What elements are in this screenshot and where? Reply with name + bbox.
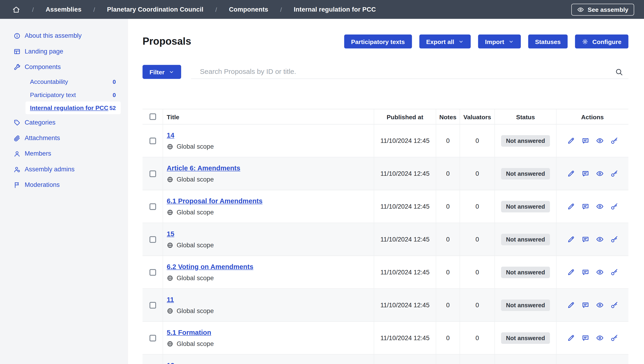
breadcrumb-separator: / [32, 6, 34, 13]
sidebar-subitem-internal-regulation-for-pcc[interactable]: Internal regulation for PCC 52 [26, 102, 121, 114]
scope-label: Global scope [177, 274, 214, 282]
sidebar-item-about-this-assembly[interactable]: About this assembly [0, 28, 128, 44]
proposal-title-link[interactable]: 5.1 Formation [167, 328, 211, 336]
answer-icon[interactable] [581, 170, 589, 178]
topbar: /Assemblies/Planetary Coordination Counc… [0, 0, 644, 19]
configure-button[interactable]: Configure [575, 34, 628, 48]
header-status: Status [495, 109, 556, 124]
row-checkbox[interactable] [149, 170, 156, 177]
edit-icon[interactable] [567, 202, 575, 210]
sidebar-item-categories[interactable]: Categories [0, 114, 128, 130]
breadcrumb-item-components[interactable]: Components [229, 6, 268, 13]
preview-icon[interactable] [596, 268, 604, 276]
answer-icon[interactable] [581, 202, 589, 210]
sidebar-item-members[interactable]: Members [0, 146, 128, 162]
select-all-checkbox[interactable] [149, 114, 156, 120]
row-checkbox[interactable] [149, 203, 156, 210]
proposal-title-link[interactable]: 14 [167, 131, 174, 139]
breadcrumb-item-planetary-coordination-council[interactable]: Planetary Coordination Council [107, 6, 203, 13]
filter-row: Filter [142, 65, 628, 79]
edit-icon[interactable] [567, 334, 575, 342]
status-cell: Not answered [495, 190, 556, 222]
edit-icon[interactable] [567, 301, 575, 309]
sidebar-item-landing-page[interactable]: Landing page [0, 44, 128, 59]
toolbar: Participatory texts Export all Import St… [344, 34, 628, 48]
valuators-count: 0 [460, 223, 495, 256]
preview-icon[interactable] [596, 301, 604, 309]
see-assembly-label: See assembly [588, 6, 628, 13]
search-input[interactable] [191, 68, 615, 76]
preview-icon[interactable] [596, 170, 604, 178]
home-icon[interactable] [12, 6, 20, 14]
proposal-title-link[interactable]: 12 [167, 361, 174, 364]
preview-icon[interactable] [596, 202, 604, 210]
layout-icon [14, 48, 20, 55]
notes-count: 0 [436, 158, 460, 190]
breadcrumb-separator: / [215, 6, 217, 13]
answer-icon[interactable] [581, 268, 589, 276]
row-checkbox[interactable] [149, 269, 156, 275]
permissions-icon[interactable] [610, 236, 618, 243]
status-cell: Not answered [495, 158, 556, 190]
sidebar-item-label: Members [24, 150, 51, 158]
sidebar-subitem-participatory-text[interactable]: Participatory text 0 [26, 88, 121, 101]
preview-icon[interactable] [596, 334, 604, 342]
title-cell: 15 Global scope [163, 223, 374, 256]
button-label: Configure [592, 38, 622, 45]
sidebar-item-components[interactable]: Components [0, 59, 128, 74]
permissions-icon[interactable] [610, 334, 618, 342]
permissions-icon[interactable] [610, 170, 618, 178]
sidebar-item-attachments[interactable]: Attachments [0, 130, 128, 146]
table-row: 5.1 Formation Global scope 11/10/2024 12… [142, 322, 628, 354]
statuses-button[interactable]: Statuses [528, 34, 568, 48]
answer-icon[interactable] [581, 301, 589, 309]
sidebar-item-label: Moderations [24, 181, 60, 188]
answer-icon[interactable] [581, 334, 589, 342]
edit-icon[interactable] [567, 268, 575, 276]
proposal-title-link[interactable]: 15 [167, 230, 174, 238]
globe-icon [167, 143, 173, 150]
permissions-icon[interactable] [610, 301, 618, 309]
row-checkbox-cell [142, 190, 163, 222]
answer-icon[interactable] [581, 137, 589, 145]
proposal-title-link[interactable]: 11 [167, 296, 174, 304]
globe-icon [167, 340, 173, 347]
preview-icon[interactable] [596, 137, 604, 145]
row-checkbox[interactable] [149, 302, 156, 308]
edit-icon[interactable] [567, 170, 575, 178]
attachment-icon [14, 134, 20, 142]
preview-icon[interactable] [596, 236, 604, 243]
filter-button[interactable]: Filter [142, 65, 181, 79]
proposal-title-link[interactable]: 6.2 Voting on Amendments [167, 263, 253, 271]
permissions-icon[interactable] [610, 268, 618, 276]
proposal-title-link[interactable]: Article 6: Amendments [167, 164, 240, 172]
status-cell: Not answered [495, 354, 556, 364]
search-icon[interactable] [615, 68, 623, 76]
see-assembly-button[interactable]: See assembly [571, 4, 634, 15]
breadcrumb-item-internal-regulation-for-pcc[interactable]: Internal regulation for PCC [294, 6, 376, 13]
row-checkbox[interactable] [149, 236, 156, 242]
row-checkbox-cell [142, 124, 163, 157]
import-button[interactable]: Import [478, 34, 520, 48]
notes-count: 0 [436, 124, 460, 157]
row-checkbox[interactable] [149, 137, 156, 144]
header-title: Title [163, 109, 374, 124]
breadcrumb-item-assemblies[interactable]: Assemblies [46, 6, 82, 13]
valuators-count: 0 [460, 256, 495, 288]
globe-icon [167, 176, 173, 182]
edit-icon[interactable] [567, 137, 575, 145]
export-all-button[interactable]: Export all [419, 34, 470, 48]
row-checkbox[interactable] [149, 334, 156, 341]
permissions-icon[interactable] [610, 137, 618, 145]
chevron-down-icon [508, 39, 514, 44]
notes-count: 0 [436, 223, 460, 256]
table-row: 14 Global scope 11/10/2024 12:45 0 0 Not… [142, 124, 628, 158]
sidebar-item-assembly-admins[interactable]: Assembly admins [0, 162, 128, 177]
edit-icon[interactable] [567, 236, 575, 243]
participatory-texts-button[interactable]: Participatory texts [344, 34, 412, 48]
permissions-icon[interactable] [610, 202, 618, 210]
sidebar-subitem-accountability[interactable]: Accountability 0 [26, 75, 121, 88]
sidebar-item-moderations[interactable]: Moderations [0, 177, 128, 193]
proposal-title-link[interactable]: 6.1 Proposal for Amendments [167, 197, 262, 205]
answer-icon[interactable] [581, 236, 589, 243]
